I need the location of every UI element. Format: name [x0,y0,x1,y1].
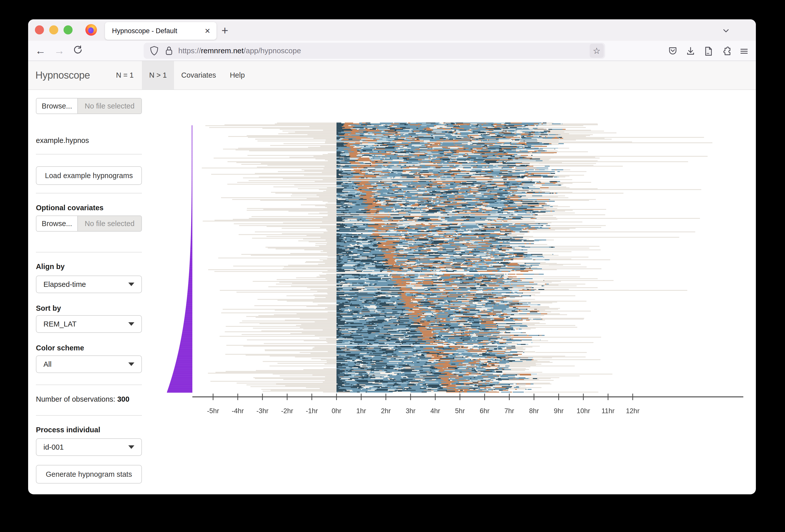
file-input-placeholder: No file selected [78,99,142,113]
hypnogram-heatmap-chart [166,116,756,422]
url-bar[interactable]: https://remnrem.net/app/hypnoscope ☆ [144,43,605,59]
align-by-value: Elapsed-time [44,280,86,288]
process-individual-value: id-001 [44,443,64,451]
observation-count: Number of observations: 300 [36,395,142,403]
chevron-down-icon [128,283,134,286]
tab-help[interactable]: Help [226,61,249,90]
tab-covariates[interactable]: Covariates [180,61,217,90]
load-example-button[interactable]: Load example hypnograms [36,166,142,185]
browser-window: Hypnoscope - Default ✕ + ← → https://rem… [28,19,756,494]
sort-by-value: REM_LAT [44,320,77,328]
file-input-placeholder: No file selected [78,216,142,231]
divider [36,415,142,416]
browse-button[interactable]: Browse... [36,216,78,231]
chevron-down-icon [128,445,134,449]
example-file-name: example.hypnos [36,136,142,145]
url-domain: remnrem.net [201,47,244,55]
sort-by-label: Sort by [36,304,142,312]
tab-close-icon[interactable]: ✕ [205,27,210,35]
tab-n-greater-1[interactable]: N > 1 [142,61,174,90]
menu-hamburger-icon[interactable] [738,46,750,57]
url-text[interactable]: https://remnrem.net/app/hypnoscope [178,47,301,55]
align-by-label: Align by [36,262,142,271]
color-scheme-select[interactable]: All [36,355,142,373]
observation-count-value: 300 [117,395,129,403]
covariates-label: Optional covariates [36,204,142,212]
chevron-down-icon [128,362,134,366]
color-scheme-value: All [44,360,51,369]
sidebar: Browse... No file selected example.hypno… [36,19,142,494]
covariates-file-input[interactable]: Browse... No file selected [36,216,142,232]
shield-icon[interactable] [150,46,159,56]
url-path: /app/hypnoscope [244,47,301,55]
divider [36,252,142,252]
browse-button[interactable]: Browse... [36,99,78,113]
align-by-select[interactable]: Elapsed-time [36,276,142,293]
divider [36,193,142,194]
new-tab-button[interactable]: + [222,24,228,37]
lock-icon[interactable] [165,46,173,56]
reader-page-icon[interactable] [703,46,714,57]
extensions-puzzle-icon[interactable] [721,46,732,57]
url-protocol: https:// [178,47,201,55]
bookmark-star-icon[interactable]: ☆ [590,44,604,58]
tab-list-chevron-icon[interactable] [722,26,730,35]
process-individual-label: Process individual [36,426,142,434]
divider [36,154,142,154]
sort-by-select[interactable]: REM_LAT [36,315,142,333]
observation-count-label: Number of observations: [36,395,117,403]
color-scheme-label: Color scheme [36,344,142,352]
pocket-icon[interactable] [667,46,678,57]
hypnogram-file-input[interactable]: Browse... No file selected [36,98,142,114]
generate-stats-button[interactable]: Generate hypnogram stats [36,465,142,483]
chevron-down-icon [128,322,134,326]
download-icon[interactable] [685,46,696,57]
divider [36,384,142,385]
process-individual-select[interactable]: id-001 [36,438,142,456]
